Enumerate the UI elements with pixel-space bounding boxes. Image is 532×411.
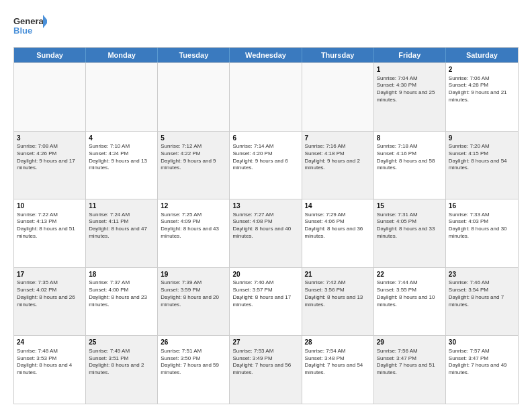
calendar-week-3: 10Sunrise: 7:22 AMSunset: 4:13 PMDayligh…	[14, 199, 518, 267]
day-number: 8	[377, 134, 443, 143]
day-number: 12	[161, 201, 226, 211]
cell-info-text: Sunrise: 7:44 AM	[377, 279, 443, 287]
cell-info-text: Sunrise: 7:29 AM	[305, 212, 371, 219]
calendar-day-2: 2Sunrise: 7:06 AMSunset: 4:28 PMDaylight…	[446, 63, 518, 131]
cell-info-text: Sunrise: 7:40 AM	[232, 279, 298, 287]
cell-info-text: Daylight: 8 hours and 4 minutes.	[17, 362, 83, 377]
calendar-header-saturday: Saturday	[446, 48, 518, 62]
cell-info-text: Sunrise: 7:06 AM	[449, 75, 515, 83]
cell-info-text: Sunrise: 7:48 AM	[17, 348, 83, 355]
cell-info-text: Daylight: 8 hours and 10 minutes.	[377, 294, 443, 309]
calendar-day-8: 8Sunrise: 7:18 AMSunset: 4:16 PMDaylight…	[374, 132, 446, 199]
cell-info-text: Sunset: 4:30 PM	[377, 82, 443, 89]
calendar-day-24: 24Sunrise: 7:48 AMSunset: 3:53 PMDayligh…	[14, 336, 86, 404]
cell-info-text: Sunset: 4:11 PM	[89, 218, 154, 226]
cell-info-text: Daylight: 8 hours and 26 minutes.	[17, 294, 83, 309]
calendar-header-monday: Monday	[86, 48, 158, 62]
cell-info-text: Sunset: 3:56 PM	[305, 287, 371, 294]
calendar-week-5: 24Sunrise: 7:48 AMSunset: 3:53 PMDayligh…	[14, 335, 518, 404]
cell-info-text: Sunset: 4:20 PM	[232, 150, 298, 158]
calendar-header-thursday: Thursday	[302, 48, 374, 62]
calendar-empty-cell	[302, 63, 374, 131]
cell-info-text: Sunrise: 7:12 AM	[161, 143, 226, 150]
calendar-day-5: 5Sunrise: 7:12 AMSunset: 4:22 PMDaylight…	[158, 132, 230, 199]
cell-info-text: Sunset: 3:47 PM	[377, 355, 443, 363]
day-number: 15	[377, 201, 443, 211]
cell-info-text: Sunrise: 7:46 AM	[449, 279, 515, 287]
cell-info-text: Daylight: 8 hours and 54 minutes.	[449, 158, 515, 173]
cell-info-text: Sunrise: 7:39 AM	[161, 279, 226, 287]
cell-info-text: Daylight: 8 hours and 7 minutes.	[449, 294, 515, 309]
cell-info-text: Daylight: 9 hours and 25 minutes.	[377, 89, 443, 104]
cell-info-text: Daylight: 8 hours and 47 minutes.	[89, 226, 154, 240]
cell-info-text: Sunrise: 7:53 AM	[232, 348, 298, 355]
day-number: 1	[377, 65, 443, 75]
cell-info-text: Daylight: 9 hours and 2 minutes.	[305, 158, 371, 173]
day-number: 13	[232, 201, 298, 211]
cell-info-text: Sunrise: 7:04 AM	[377, 75, 443, 83]
cell-info-text: Sunset: 4:24 PM	[89, 150, 154, 158]
cell-info-text: Sunrise: 7:18 AM	[377, 143, 443, 150]
cell-info-text: Daylight: 8 hours and 20 minutes.	[161, 294, 226, 309]
day-number: 16	[449, 201, 515, 211]
cell-info-text: Sunrise: 7:37 AM	[89, 279, 154, 287]
calendar-header-wednesday: Wednesday	[230, 48, 302, 62]
cell-info-text: Daylight: 9 hours and 17 minutes.	[17, 158, 83, 173]
cell-info-text: Daylight: 7 hours and 51 minutes.	[377, 362, 443, 377]
cell-info-text: Daylight: 8 hours and 33 minutes.	[377, 226, 443, 240]
cell-info-text: Daylight: 8 hours and 51 minutes.	[17, 226, 83, 240]
calendar-day-21: 21Sunrise: 7:42 AMSunset: 3:56 PMDayligh…	[302, 268, 374, 336]
cell-info-text: Sunset: 4:15 PM	[449, 150, 515, 158]
calendar-day-12: 12Sunrise: 7:25 AMSunset: 4:09 PMDayligh…	[158, 199, 230, 267]
cell-info-text: Daylight: 9 hours and 6 minutes.	[232, 158, 298, 173]
cell-info-text: Sunrise: 7:54 AM	[305, 348, 371, 355]
cell-info-text: Daylight: 8 hours and 36 minutes.	[305, 226, 371, 240]
cell-info-text: Sunrise: 7:57 AM	[449, 348, 515, 355]
svg-text:General: General	[13, 16, 46, 26]
cell-info-text: Sunset: 3:54 PM	[449, 287, 515, 294]
calendar-day-17: 17Sunrise: 7:35 AMSunset: 4:02 PMDayligh…	[14, 268, 86, 336]
calendar-header-friday: Friday	[374, 48, 446, 62]
day-number: 17	[17, 270, 83, 279]
day-number: 5	[161, 134, 226, 143]
calendar-day-3: 3Sunrise: 7:08 AMSunset: 4:26 PMDaylight…	[14, 132, 86, 199]
cell-info-text: Daylight: 8 hours and 43 minutes.	[161, 226, 226, 240]
calendar-day-15: 15Sunrise: 7:31 AMSunset: 4:05 PMDayligh…	[374, 199, 446, 267]
cell-info-text: Sunrise: 7:24 AM	[89, 212, 154, 219]
calendar: SundayMondayTuesdayWednesdayThursdayFrid…	[13, 47, 519, 404]
calendar-day-4: 4Sunrise: 7:10 AMSunset: 4:24 PMDaylight…	[86, 132, 158, 199]
calendar-day-18: 18Sunrise: 7:37 AMSunset: 4:00 PMDayligh…	[86, 268, 158, 336]
svg-text:Blue: Blue	[13, 26, 32, 36]
calendar-day-29: 29Sunrise: 7:56 AMSunset: 3:47 PMDayligh…	[374, 336, 446, 404]
cell-info-text: Daylight: 7 hours and 56 minutes.	[232, 362, 298, 377]
cell-info-text: Daylight: 7 hours and 54 minutes.	[305, 362, 371, 377]
cell-info-text: Sunset: 3:51 PM	[89, 355, 154, 363]
page: General Blue SundayMondayTuesdayWednesda…	[0, 0, 532, 411]
cell-info-text: Daylight: 8 hours and 17 minutes.	[232, 294, 298, 309]
cell-info-text: Sunset: 3:49 PM	[232, 355, 298, 363]
cell-info-text: Sunrise: 7:10 AM	[89, 143, 154, 150]
day-number: 2	[449, 65, 515, 75]
cell-info-text: Sunrise: 7:14 AM	[232, 143, 298, 150]
calendar-day-19: 19Sunrise: 7:39 AMSunset: 3:59 PMDayligh…	[158, 268, 230, 336]
cell-info-text: Daylight: 8 hours and 58 minutes.	[377, 158, 443, 173]
day-number: 30	[449, 338, 515, 347]
cell-info-text: Daylight: 8 hours and 30 minutes.	[449, 226, 515, 240]
cell-info-text: Sunrise: 7:42 AM	[305, 279, 371, 287]
day-number: 21	[305, 270, 371, 279]
calendar-day-27: 27Sunrise: 7:53 AMSunset: 3:49 PMDayligh…	[230, 336, 302, 404]
calendar-header-sunday: Sunday	[14, 48, 86, 62]
day-number: 4	[89, 134, 154, 143]
cell-info-text: Sunset: 3:55 PM	[377, 287, 443, 294]
calendar-day-22: 22Sunrise: 7:44 AMSunset: 3:55 PMDayligh…	[374, 268, 446, 336]
calendar-day-13: 13Sunrise: 7:27 AMSunset: 4:08 PMDayligh…	[230, 199, 302, 267]
cell-info-text: Sunset: 4:18 PM	[305, 150, 371, 158]
calendar-day-25: 25Sunrise: 7:49 AMSunset: 3:51 PMDayligh…	[86, 336, 158, 404]
cell-info-text: Sunrise: 7:25 AM	[161, 212, 226, 219]
calendar-day-20: 20Sunrise: 7:40 AMSunset: 3:57 PMDayligh…	[230, 268, 302, 336]
calendar-day-11: 11Sunrise: 7:24 AMSunset: 4:11 PMDayligh…	[86, 199, 158, 267]
cell-info-text: Sunset: 4:09 PM	[161, 218, 226, 226]
calendar-week-4: 17Sunrise: 7:35 AMSunset: 4:02 PMDayligh…	[14, 267, 518, 336]
cell-info-text: Sunset: 3:57 PM	[232, 287, 298, 294]
calendar-header-tuesday: Tuesday	[158, 48, 230, 62]
